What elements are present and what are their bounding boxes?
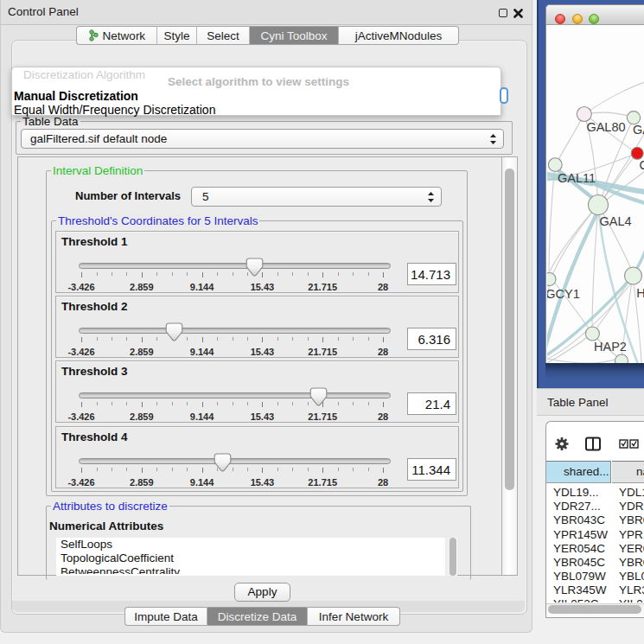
svg-text:GCY1: GCY1 bbox=[547, 287, 580, 301]
svg-text:H: H bbox=[636, 286, 644, 300]
svg-text:GA: GA bbox=[633, 123, 644, 137]
svg-text:C: C bbox=[640, 158, 644, 172]
svg-text:GAL80: GAL80 bbox=[586, 120, 625, 134]
svg-text:GAL11: GAL11 bbox=[558, 171, 596, 185]
svg-text:GAL4: GAL4 bbox=[599, 214, 631, 228]
svg-text:HAP2: HAP2 bbox=[594, 340, 627, 354]
